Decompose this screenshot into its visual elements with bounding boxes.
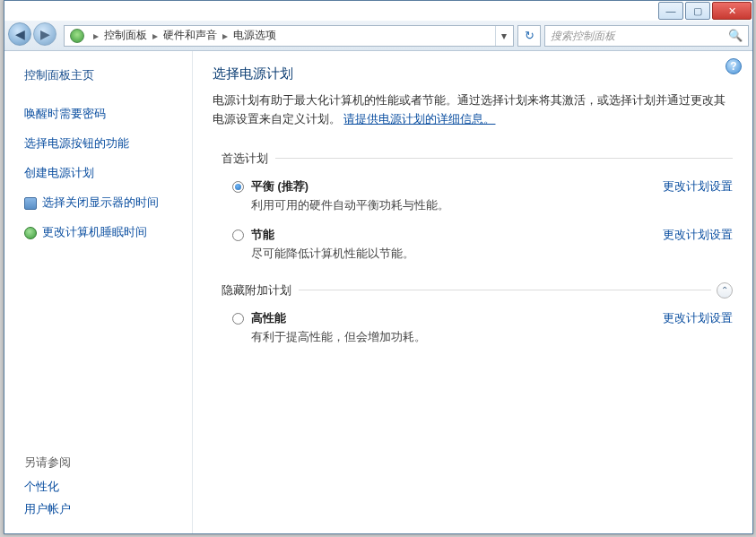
forward-button[interactable]: ▶ [33, 22, 56, 46]
refresh-button[interactable]: ↻ [517, 25, 541, 47]
see-also-label: 另请参阅 [24, 455, 187, 471]
plan-description: 有利于提高性能，但会增加功耗。 [251, 330, 650, 345]
radio-balanced[interactable] [232, 181, 244, 193]
plan-name: 平衡 [251, 180, 274, 193]
change-plan-settings-saver[interactable]: 更改计划设置 [663, 228, 733, 243]
help-icon[interactable]: ? [726, 58, 742, 74]
preferred-plans-header: 首选计划 [213, 144, 733, 172]
link-personalization[interactable]: 个性化 [24, 480, 187, 495]
plan-balanced: 平衡 (推荐) 利用可用的硬件自动平衡功耗与性能。 更改计划设置 [232, 179, 733, 213]
link-user-accounts[interactable]: 用户帐户 [24, 502, 187, 517]
search-input[interactable] [551, 30, 728, 42]
page-description: 电源计划有助于最大化计算机的性能或者节能。通过选择计划来将其激活，或选择计划并通… [213, 91, 733, 128]
window-frame: — ▢ ✕ ◀ ▶ ▸ 控制面板 ▸ 硬件和声音 ▸ 电源选项 ▾ ↻ 🔍 控制… [4, 0, 753, 534]
collapse-button[interactable]: ⌃ [717, 282, 733, 299]
plan-name: 节能 [251, 229, 274, 241]
address-dropdown[interactable]: ▾ [495, 26, 511, 46]
maximize-button[interactable]: ▢ [685, 2, 710, 20]
link-display-off-time[interactable]: 选择关闭显示器的时间 [42, 195, 159, 211]
control-panel-icon [70, 29, 84, 43]
breadcrumb[interactable]: ▸ 控制面板 ▸ 硬件和声音 ▸ 电源选项 ▾ [64, 25, 514, 47]
chevron-right-icon: ▸ [147, 30, 163, 42]
link-plan-details[interactable]: 请提供电源计划的详细信息。 [343, 113, 495, 126]
plan-power-saver: 节能 尽可能降低计算机性能以节能。 更改计划设置 [232, 228, 733, 262]
nav-buttons: ◀ ▶ [8, 22, 60, 49]
content-area: 控制面板主页 唤醒时需要密码 选择电源按钮的功能 创建电源计划 选择关闭显示器的… [4, 51, 752, 533]
plan-description: 利用可用的硬件自动平衡功耗与性能。 [251, 198, 650, 213]
address-bar: ◀ ▶ ▸ 控制面板 ▸ 硬件和声音 ▸ 电源选项 ▾ ↻ 🔍 [4, 21, 752, 51]
main-panel: ? 选择电源计划 电源计划有助于最大化计算机的性能或者节能。通过选择计划来将其激… [193, 51, 752, 533]
crumb-power-options[interactable]: 电源选项 [233, 28, 276, 43]
search-icon: 🔍 [728, 29, 743, 42]
link-sleep-time[interactable]: 更改计算机睡眠时间 [42, 225, 147, 240]
plan-description: 尽可能降低计算机性能以节能。 [251, 247, 650, 262]
preferred-plans-label: 首选计划 [222, 152, 268, 167]
eco-icon [24, 227, 37, 239]
control-panel-home-link[interactable]: 控制面板主页 [24, 67, 187, 83]
chevron-right-icon: ▸ [217, 30, 233, 42]
see-also-section: 另请参阅 个性化 用户帐户 [24, 455, 187, 524]
hidden-plans-label: 隐藏附加计划 [222, 283, 291, 299]
plan-recommended-badge: (推荐) [274, 180, 308, 193]
link-power-button-action[interactable]: 选择电源按钮的功能 [24, 136, 187, 152]
page-title: 选择电源计划 [213, 65, 733, 82]
refresh-icon: ↻ [525, 29, 534, 42]
minimize-button[interactable]: — [658, 2, 683, 20]
search-box[interactable]: 🔍 [544, 25, 749, 47]
link-create-power-plan[interactable]: 创建电源计划 [24, 166, 187, 181]
chevron-right-icon: ▸ [88, 30, 104, 42]
crumb-hardware-sound[interactable]: 硬件和声音 [163, 28, 217, 43]
sidebar: 控制面板主页 唤醒时需要密码 选择电源按钮的功能 创建电源计划 选择关闭显示器的… [4, 51, 193, 533]
hidden-plans-header: 隐藏附加计划 ⌃ [213, 276, 733, 304]
link-wake-password[interactable]: 唤醒时需要密码 [24, 107, 187, 122]
change-plan-settings-high[interactable]: 更改计划设置 [663, 311, 733, 326]
monitor-icon [24, 197, 37, 210]
radio-high-performance[interactable] [232, 313, 244, 325]
plan-high-performance: 高性能 有利于提高性能，但会增加功耗。 更改计划设置 [232, 311, 733, 345]
window-controls: — ▢ ✕ [658, 2, 752, 20]
close-button[interactable]: ✕ [712, 2, 752, 20]
crumb-control-panel[interactable]: 控制面板 [104, 28, 147, 43]
change-plan-settings-balanced[interactable]: 更改计划设置 [663, 179, 733, 195]
plan-name: 高性能 [251, 312, 286, 325]
back-button[interactable]: ◀ [8, 22, 31, 46]
radio-power-saver[interactable] [232, 230, 244, 241]
